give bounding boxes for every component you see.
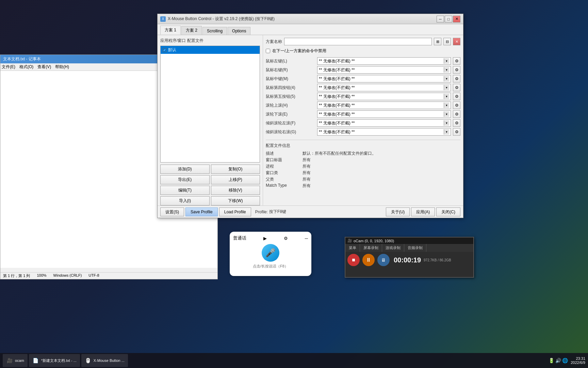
edit-button[interactable]: 编辑(T) — [160, 186, 210, 195]
right-panel: 方案名称 ⊞ ⊟ ✕ 在下一/上一方案的命令中禁用 鼠标左键(L) ** 无修改… — [263, 35, 463, 208]
voice-header: 普通话 ▶ ⚙ ─ — [233, 235, 308, 241]
notepad-line-ending: Windows (CRLF) — [53, 273, 82, 278]
about-button[interactable]: 关于(U) — [386, 208, 410, 216]
notepad-menu-help[interactable]: 帮助(H) — [55, 64, 69, 70]
ocam-title-bar: 🎥 oCam (0, 0, 1920, 1080) — [345, 237, 473, 244]
tab-scheme2[interactable]: 方案 2 — [181, 26, 202, 35]
setting-dropdown-5[interactable]: ** 无修改(不拦截) ** ▼ — [317, 102, 451, 109]
info-label-2: 进程 — [266, 164, 300, 169]
setting-dropdown-7[interactable]: ** 无修改(不拦截) ** ▼ — [317, 119, 451, 127]
export-button[interactable]: 导出(E) — [160, 175, 210, 184]
gear-button-6[interactable]: ⚙ — [453, 110, 460, 118]
notepad-cursor-pos: 第 1 行，第 1 列 — [3, 273, 30, 278]
info-value-3: 所有 — [303, 170, 460, 176]
dropdown-arrow-icon-5: ▼ — [444, 103, 449, 108]
minimize-button[interactable]: ─ — [437, 16, 444, 22]
notepad-menu-format[interactable]: 格式(O) — [19, 64, 33, 70]
tray-icon-3[interactable]: 🌐 — [562, 358, 568, 363]
tab-options[interactable]: Options — [228, 27, 250, 35]
settings-button[interactable]: 设置(S) — [160, 208, 184, 216]
dropdown-arrow-icon-4: ▼ — [444, 94, 449, 99]
taskbar-clock[interactable]: 23:31 2022/6/9 — [571, 356, 585, 365]
setting-dropdown-8[interactable]: ** 无修改(不拦截) ** ▼ — [317, 128, 451, 136]
move-up-button[interactable]: 上移(P) — [211, 175, 260, 184]
setting-row-middle-button: 鼠标中键(M) ** 无修改(不拦截) ** ▼ ⚙ — [266, 75, 460, 82]
gear-button-5[interactable]: ⚙ — [453, 102, 460, 109]
checkbox-row: 在下一/上一方案的命令中禁用 — [266, 48, 460, 54]
setting-row-scroll-down: 滚轮下滚(E) ** 无修改(不拦截) ** ▼ ⚙ — [266, 110, 460, 118]
setting-dropdown-1[interactable]: ** 无修改(不拦截) ** ▼ — [317, 66, 451, 74]
gear-button-7[interactable]: ⚙ — [453, 119, 460, 127]
ocam-stop-button[interactable]: ■ — [347, 254, 360, 266]
gear-button-8[interactable]: ⚙ — [453, 128, 460, 136]
close-window-button[interactable]: ✕ — [453, 16, 460, 22]
scheme-icon-btn-2[interactable]: ⊟ — [443, 38, 451, 45]
scheme-name-input[interactable] — [284, 38, 432, 45]
setting-dropdown-4[interactable]: ** 无修改(不拦截) ** ▼ — [317, 93, 451, 100]
notepad-menu-file[interactable]: 文件(E) — [2, 64, 15, 70]
ocam-tab-menu[interactable]: 菜单 — [345, 244, 360, 252]
voice-hint: 点击/长按说话（F8） — [253, 264, 288, 269]
scheme-icon-btn-1[interactable]: ⊞ — [434, 38, 441, 45]
xmouse-taskbar-icon: 🖱️ — [85, 357, 92, 364]
scheme-icon-btn-3[interactable]: ✕ — [453, 38, 460, 45]
apply-button[interactable]: 应用(A) — [411, 208, 435, 216]
system-tray: 🔋 🔊 🌐 — [547, 358, 569, 363]
voice-settings-icon[interactable]: ⚙ — [284, 236, 288, 241]
ocam-tab-screen-record[interactable]: 屏幕录制 — [360, 244, 382, 252]
ocam-content: ■ ⏸ 🖥 00:00:19 972.7KB / 86.2GB — [345, 252, 473, 268]
app-window: X X-Mouse Button Control - 设置 v2.19.2 (便… — [157, 14, 463, 218]
scheme-name-label: 方案名称 — [266, 39, 282, 45]
move-down-button[interactable]: 下移(W) — [211, 196, 260, 205]
taskbar-item-notepad[interactable]: 📄 *新建文本文档.txt - ... — [29, 354, 80, 367]
setting-label-4: 鼠标第五按钮(5) — [266, 94, 315, 99]
voice-mic-button[interactable]: 🎤 — [262, 244, 279, 262]
add-button[interactable]: 添加(D) — [160, 165, 210, 174]
tray-icon-1[interactable]: 🔋 — [549, 358, 554, 363]
taskbar: 🎥 ocam 📄 *新建文本文档.txt - ... 🖱️ X-Mouse Bu… — [0, 353, 588, 368]
remove-button[interactable]: 移除(V) — [211, 186, 260, 195]
voice-close-icon[interactable]: ─ — [305, 236, 308, 241]
tab-scrolling[interactable]: Scrolling — [202, 27, 227, 35]
setting-dropdown-2[interactable]: ** 无修改(不拦截) ** ▼ — [317, 75, 451, 82]
notepad-menu-view[interactable]: 查看(V) — [37, 64, 51, 70]
setting-row-button4: 鼠标第四按钮(4) ** 无修改(不拦截) ** ▼ ⚙ — [266, 84, 460, 91]
list-item[interactable]: ✓ 默认 — [161, 46, 260, 54]
ocam-screen-capture-button[interactable]: 🖥 — [377, 254, 390, 266]
gear-button-1[interactable]: ⚙ — [453, 66, 460, 74]
info-value-0: 默认：所有不匹配任何配置文件的窗口。 — [303, 151, 460, 156]
taskbar-item-ocam[interactable]: 🎥 ocam — [3, 354, 28, 367]
dropdown-arrow-icon-8: ▼ — [444, 129, 449, 135]
disable-in-scheme-checkbox[interactable] — [266, 49, 270, 53]
gear-button-3[interactable]: ⚙ — [453, 84, 460, 91]
tab-scheme1[interactable]: 方案 1 — [160, 26, 181, 35]
gear-button-2[interactable]: ⚙ — [453, 75, 460, 82]
ocam-taskbar-icon: 🎥 — [6, 357, 13, 364]
tray-icon-2[interactable]: 🔊 — [555, 358, 561, 363]
import-button[interactable]: 导入(I) — [160, 196, 210, 205]
close-button[interactable]: 关闭(C) — [436, 208, 460, 216]
setting-dropdown-6[interactable]: ** 无修改(不拦截) ** ▼ — [317, 110, 451, 118]
taskbar-item-xmouse[interactable]: 🖱️ X-Mouse Button ... — [81, 354, 128, 367]
ocam-screen-icon: 🖥 — [381, 257, 386, 263]
notepad-status: 第 1 行，第 1 列 100% Windows (CRLF) UTF-8 — [0, 272, 217, 279]
ocam-tab-game-record[interactable]: 游戏录制 — [382, 244, 404, 252]
ocam-tab-audio-record[interactable]: 音频录制 — [404, 244, 426, 252]
gear-button-0[interactable]: ⚙ — [453, 57, 460, 65]
dropdown-arrow-icon-3: ▼ — [444, 85, 449, 90]
copy-button[interactable]: 复制(O) — [211, 165, 260, 174]
ocam-file-size: 972.7KB / 86.2GB — [424, 258, 451, 262]
gear-button-4[interactable]: ⚙ — [453, 93, 460, 100]
voice-expand-icon: ▶ — [263, 236, 267, 241]
disable-in-scheme-label: 在下一/上一方案的命令中禁用 — [272, 48, 326, 54]
setting-dropdown-0[interactable]: ** 无修改(不拦截) ** ▼ — [317, 57, 451, 65]
ocam-pause-button[interactable]: ⏸ — [362, 254, 375, 266]
maximize-button[interactable]: □ — [445, 16, 452, 22]
setting-label-1: 鼠标右键(R) — [266, 67, 315, 73]
save-profile-button[interactable]: Save Profile — [185, 208, 218, 216]
load-profile-button[interactable]: Load Profile — [219, 208, 251, 216]
profile-value: 按下F8键 — [269, 209, 385, 215]
setting-dropdown-3[interactable]: ** 无修改(不拦截) ** ▼ — [317, 84, 451, 91]
dropdown-arrow-icon-2: ▼ — [444, 76, 449, 81]
ocam-tabs: 菜单 屏幕录制 游戏录制 音频录制 — [345, 244, 473, 252]
